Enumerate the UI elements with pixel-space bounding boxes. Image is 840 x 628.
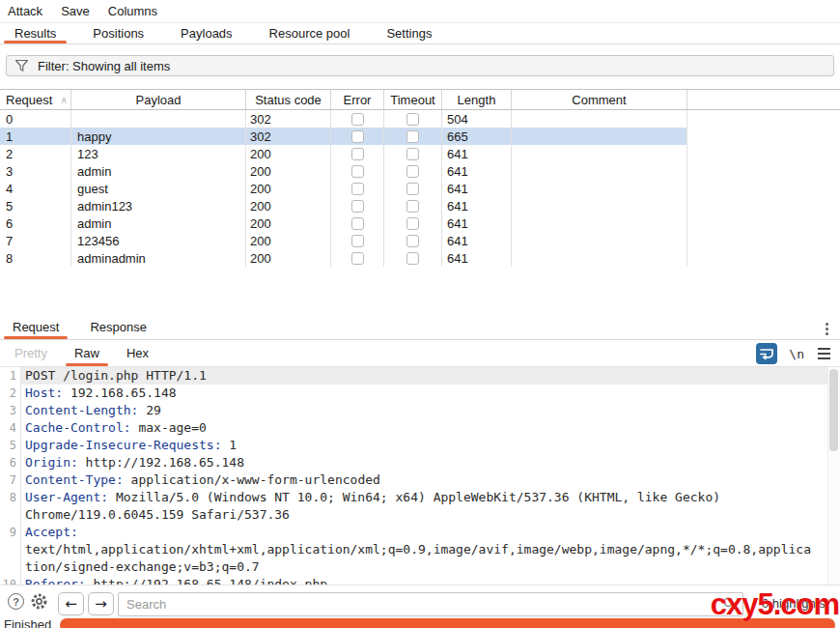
word-wrap-toggle-icon[interactable]: [756, 343, 777, 364]
tab-results[interactable]: Results: [2, 23, 69, 43]
table-row[interactable]: 4guest200641: [0, 180, 840, 197]
column-header-timeout[interactable]: Timeout: [384, 90, 442, 109]
header-value: tion/signed-exchange;v=b3;q=0.7: [25, 559, 260, 574]
filter-funnel-icon: [14, 59, 29, 72]
header-value: 192.168.65.148: [63, 385, 176, 400]
tab-settings[interactable]: Settings: [374, 23, 444, 43]
timeout-checkbox[interactable]: [406, 252, 419, 265]
error-checkbox[interactable]: [351, 148, 364, 160]
cell-comment: [512, 249, 687, 267]
timeout-checkbox[interactable]: [406, 200, 419, 213]
error-checkbox[interactable]: [351, 217, 364, 230]
table-row[interactable]: 3admin200641: [0, 162, 840, 180]
error-checkbox[interactable]: [351, 252, 364, 265]
table-row[interactable]: 7123456200641: [0, 232, 840, 249]
column-header-label: Error: [344, 93, 372, 107]
line-number: 1: [0, 367, 20, 385]
timeout-checkbox[interactable]: [406, 113, 419, 126]
line-content: POST /login.php HTTP/1.1: [20, 367, 840, 385]
error-checkbox[interactable]: [351, 235, 364, 247]
cell-payload: [71, 110, 246, 128]
cell-length: 641: [442, 180, 512, 197]
cell-comment: [512, 197, 687, 214]
line-content: Host: 192.168.65.148: [20, 385, 840, 402]
menu-item-attack[interactable]: Attack: [8, 4, 42, 18]
tab-payloads[interactable]: Payloads: [168, 23, 244, 43]
cell-payload: admin: [71, 214, 246, 232]
line-number: 10: [0, 576, 20, 585]
column-header-length[interactable]: Length: [442, 90, 512, 109]
timeout-checkbox[interactable]: [406, 183, 419, 195]
filter-bar[interactable]: Filter: Showing all items: [6, 55, 834, 76]
view-tab-hex[interactable]: Hex: [116, 340, 159, 366]
cell-filler: [687, 162, 840, 180]
table-row[interactable]: 0302504: [0, 110, 840, 128]
cell-error: [331, 145, 384, 162]
column-header-request[interactable]: Request∧: [0, 90, 71, 109]
cell-timeout: [384, 214, 442, 232]
timeout-checkbox[interactable]: [406, 217, 419, 230]
cell-request: 1: [0, 128, 71, 145]
line-number: 6: [0, 454, 20, 471]
table-row[interactable]: 5admin123200641: [0, 197, 840, 214]
error-checkbox[interactable]: [351, 113, 364, 126]
editor-menu-icon[interactable]: [816, 346, 832, 361]
cell-length: 641: [442, 249, 512, 267]
cell-filler: [687, 110, 840, 128]
search-settings-gear-icon[interactable]: [30, 592, 48, 614]
header-value: max-age=0: [131, 420, 207, 435]
editor-options-kebab-icon[interactable]: [824, 321, 830, 337]
line-content: tion/signed-exchange;v=b3;q=0.7: [20, 558, 840, 576]
line-content: Referer: http://192.168.65.148/index.php: [20, 576, 840, 585]
cell-payload: guest: [71, 180, 246, 197]
cell-timeout: [384, 249, 442, 267]
raw-request-editor[interactable]: 1POST /login.php HTTP/1.12Host: 192.168.…: [0, 367, 840, 585]
help-icon[interactable]: ?: [8, 593, 24, 610]
table-row[interactable]: 2123200641: [0, 145, 840, 162]
menu-item-save[interactable]: Save: [61, 4, 90, 18]
tab-request[interactable]: Request: [2, 314, 70, 339]
table-row[interactable]: 8adminadmin200641: [0, 249, 840, 267]
editor-line: 6Origin: http://192.168.65.148: [0, 454, 840, 471]
editor-scrollbar[interactable]: [827, 367, 840, 585]
cell-payload: 123: [71, 145, 246, 162]
sort-ascending-icon: ∧: [60, 95, 67, 105]
line-number: [0, 506, 20, 524]
table-row[interactable]: 1happy302665: [0, 128, 840, 145]
error-checkbox[interactable]: [351, 165, 364, 178]
timeout-checkbox[interactable]: [406, 148, 419, 160]
error-checkbox[interactable]: [351, 183, 364, 195]
menu-item-columns[interactable]: Columns: [108, 4, 157, 18]
cell-timeout: [384, 145, 442, 162]
cell-error: [331, 214, 384, 232]
error-checkbox[interactable]: [351, 200, 364, 213]
timeout-checkbox[interactable]: [406, 130, 419, 143]
cell-status-code: 200: [246, 162, 331, 180]
search-previous-button[interactable]: ←: [58, 592, 84, 615]
column-header-status-code[interactable]: Status code: [246, 90, 331, 109]
header-value: text/html,application/xhtml+xml,applicat…: [25, 542, 811, 557]
cell-status-code: 200: [246, 214, 331, 232]
error-checkbox[interactable]: [351, 130, 364, 143]
table-row[interactable]: 6admin200641: [0, 214, 840, 232]
show-linebreaks-toggle[interactable]: \n: [789, 347, 804, 361]
tab-positions[interactable]: Positions: [80, 23, 156, 43]
tab-resource-pool[interactable]: Resource pool: [257, 23, 363, 43]
view-mode-tab-bar: PrettyRawHex \n: [0, 340, 840, 367]
search-next-button[interactable]: →: [88, 592, 114, 615]
tab-response[interactable]: Response: [79, 314, 157, 339]
timeout-checkbox[interactable]: [406, 235, 419, 247]
cell-payload: 123456: [71, 232, 246, 249]
search-input[interactable]: [118, 592, 743, 616]
header-name: Referer:: [25, 577, 86, 585]
column-header-label: Length: [458, 93, 496, 107]
line-number: 3: [0, 402, 20, 419]
line-content: Cache-Control: max-age=0: [20, 419, 840, 437]
column-header-payload[interactable]: Payload: [71, 90, 246, 109]
column-header-comment[interactable]: Comment: [512, 90, 687, 109]
timeout-checkbox[interactable]: [406, 165, 419, 178]
column-header-error[interactable]: Error: [331, 90, 384, 109]
cell-status-code: 302: [246, 128, 331, 145]
editor-scrollbar-thumb[interactable]: [829, 369, 838, 451]
view-tab-raw[interactable]: Raw: [64, 340, 110, 366]
